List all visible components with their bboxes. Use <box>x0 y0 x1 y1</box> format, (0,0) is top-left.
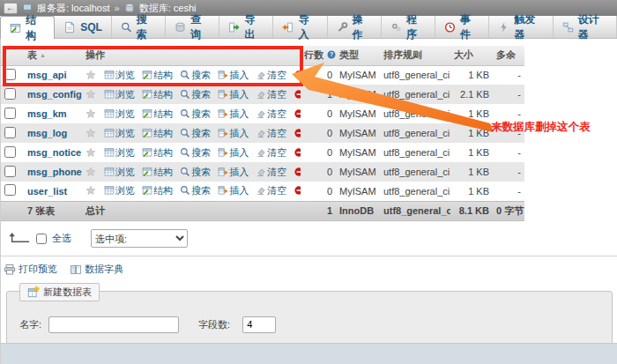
browse-link[interactable]: 浏览 <box>104 166 135 179</box>
insert-link[interactable]: 插入 <box>218 88 249 101</box>
row-checkbox[interactable] <box>4 127 16 138</box>
favorite-button[interactable] <box>85 167 97 177</box>
structure-link[interactable]: 结构 <box>142 166 173 179</box>
help-icon[interactable] <box>326 49 336 60</box>
check-all-label[interactable]: 全选 <box>52 232 71 245</box>
structure-link[interactable]: 结构 <box>142 184 173 197</box>
header-rows[interactable]: 行数 <box>301 46 336 65</box>
tab[interactable]: 搜索 <box>112 16 166 38</box>
empty-link[interactable]: 清空 <box>256 146 286 160</box>
table-name-link[interactable]: msg_phone <box>27 167 82 177</box>
row-collation: utf8_general_ci <box>380 162 450 182</box>
structure-icon <box>142 128 152 138</box>
favorite-button[interactable] <box>85 70 97 80</box>
table-row: msg_config 浏览 结构 搜索 插入 清空 删除 1 MyISAM ut… <box>1 85 524 104</box>
tab[interactable]: SQL <box>55 16 112 38</box>
search-link[interactable]: 搜索 <box>180 184 211 197</box>
structure-link[interactable]: 结构 <box>142 108 173 121</box>
header-size[interactable]: 大小 <box>450 46 493 65</box>
structure-link[interactable]: 结构 <box>142 69 173 82</box>
structure-link[interactable]: 结构 <box>142 88 173 101</box>
header-collation[interactable]: 排序规则 <box>380 46 450 65</box>
drop-link[interactable]: 删除 <box>294 108 301 121</box>
header-table[interactable]: 表 ▲ <box>24 46 82 65</box>
empty-link[interactable]: 清空 <box>256 69 286 82</box>
row-checkbox[interactable] <box>4 88 16 100</box>
header-type[interactable]: 类型 <box>336 46 380 65</box>
tab[interactable]: 导入 <box>273 16 327 38</box>
structure-link[interactable]: 结构 <box>142 127 173 140</box>
print-preview-link[interactable]: 打印预览 <box>4 263 57 276</box>
structure-link[interactable]: 结构 <box>142 146 173 160</box>
row-size: 1 KB <box>450 123 493 143</box>
structure-icon <box>142 89 152 100</box>
tab[interactable]: 查询 <box>166 16 219 38</box>
tab[interactable]: 事件 <box>435 16 489 38</box>
with-selected-select[interactable]: 选中项: <box>91 229 188 248</box>
table-name-input[interactable] <box>48 316 179 333</box>
browse-link[interactable]: 浏览 <box>104 127 135 140</box>
table-name-link[interactable]: msg_config <box>27 89 82 100</box>
empty-link[interactable]: 清空 <box>256 108 286 121</box>
row-type: MyISAM <box>336 123 380 143</box>
search-link[interactable]: 搜索 <box>180 88 211 101</box>
columns-count-input[interactable] <box>242 316 276 333</box>
search-link[interactable]: 搜索 <box>180 166 211 179</box>
search-link[interactable]: 搜索 <box>180 108 211 121</box>
row-checkbox[interactable] <box>4 108 16 119</box>
search-link[interactable]: 搜索 <box>180 127 211 140</box>
row-checkbox[interactable] <box>4 69 16 80</box>
row-overhead: - <box>493 182 524 201</box>
search-link[interactable]: 搜索 <box>180 146 211 160</box>
drop-link[interactable]: 删除 <box>294 69 301 82</box>
insert-link[interactable]: 插入 <box>218 108 249 121</box>
empty-link[interactable]: 清空 <box>256 88 286 101</box>
browse-link[interactable]: 浏览 <box>104 108 135 121</box>
tab[interactable]: 程序 <box>382 16 435 38</box>
tab[interactable]: 触发器 <box>489 16 553 38</box>
favorite-button[interactable] <box>85 147 97 158</box>
empty-link[interactable]: 清空 <box>256 184 286 197</box>
favorite-button[interactable] <box>85 185 97 196</box>
table-name-link[interactable]: user_list <box>27 186 67 197</box>
row-checkbox[interactable] <box>4 184 16 196</box>
check-all-checkbox[interactable] <box>36 234 47 244</box>
row-overhead: - <box>493 85 524 104</box>
tab[interactable]: 操作 <box>328 16 382 38</box>
search-link[interactable]: 搜索 <box>180 69 211 82</box>
tab[interactable]: 导出 <box>219 16 273 38</box>
browse-link[interactable]: 浏览 <box>104 88 135 101</box>
insert-link[interactable]: 插入 <box>218 166 249 179</box>
browse-link[interactable]: 浏览 <box>104 69 135 82</box>
favorite-button[interactable] <box>85 128 97 138</box>
favorite-button[interactable] <box>85 89 97 100</box>
tab[interactable]: 结构 <box>0 16 55 39</box>
back-button[interactable]: ← <box>4 3 18 14</box>
drop-link[interactable]: 删除 <box>294 146 301 160</box>
browse-link[interactable]: 浏览 <box>104 184 135 197</box>
breadcrumb-server-link[interactable]: 服务器: localhost <box>37 2 110 15</box>
empty-link[interactable]: 清空 <box>256 166 286 179</box>
drop-link[interactable]: 删除 <box>294 166 301 179</box>
search-icon <box>180 128 190 138</box>
data-dictionary-link[interactable]: 数据字典 <box>70 263 123 276</box>
table-name-link[interactable]: msg_km <box>27 108 67 119</box>
tab-icon <box>175 21 186 33</box>
row-checkbox[interactable] <box>4 146 16 158</box>
insert-link[interactable]: 插入 <box>218 127 249 140</box>
tab[interactable]: 设计器 <box>554 16 617 38</box>
drop-link[interactable]: 删除 <box>294 184 301 197</box>
drop-link[interactable]: 删除 <box>294 88 301 101</box>
insert-link[interactable]: 插入 <box>218 69 249 82</box>
insert-link[interactable]: 插入 <box>218 184 249 197</box>
browse-link[interactable]: 浏览 <box>104 146 135 160</box>
drop-link[interactable]: 删除 <box>294 127 301 140</box>
summary-row: 7 张表 总计 1 InnoDB utf8_general_ci 8.1 KB … <box>1 201 524 220</box>
table-name-link[interactable]: msg_api <box>27 70 67 80</box>
row-checkbox[interactable] <box>4 166 16 177</box>
table-name-link[interactable]: msg_log <box>27 128 67 138</box>
favorite-button[interactable] <box>85 108 97 119</box>
insert-link[interactable]: 插入 <box>218 146 249 160</box>
table-name-link[interactable]: msg_notice <box>27 147 81 158</box>
empty-link[interactable]: 清空 <box>256 127 286 140</box>
